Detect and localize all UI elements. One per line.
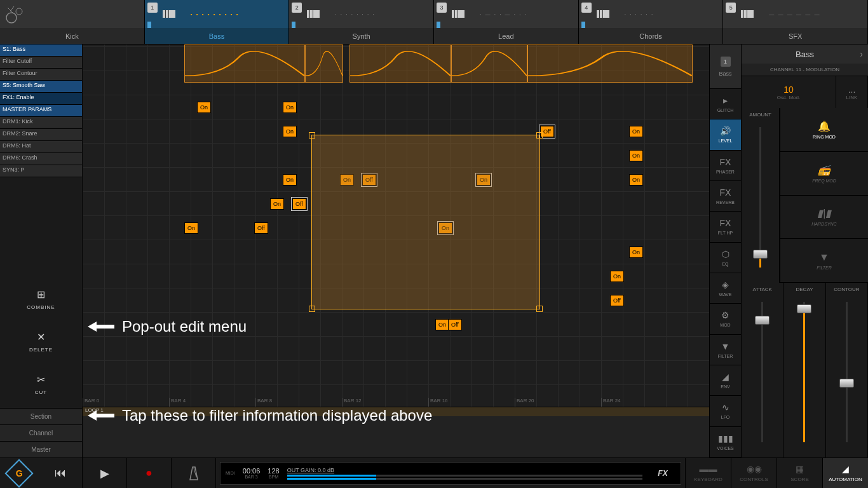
bar-tick: BAR 16 <box>428 398 515 407</box>
mode-controls[interactable]: ◉◉CONTROLS <box>731 458 776 488</box>
record-button[interactable]: ● <box>127 458 172 488</box>
lane-label[interactable]: FX1: Enable <box>0 93 82 105</box>
automation-event[interactable]: On <box>629 126 643 137</box>
attack-slider[interactable] <box>742 295 783 458</box>
fx-button[interactable]: FX <box>650 469 675 478</box>
automation-event[interactable]: On <box>283 102 297 113</box>
cut-button[interactable]: ✂CUT <box>34 372 49 395</box>
lane-label[interactable]: DRM1: Kick <box>0 117 82 129</box>
mod-icon: ▼ <box>819 252 829 263</box>
mode-keyboard[interactable]: ▬▬KEYBOARD <box>685 458 731 488</box>
filter-section-button[interactable]: Section <box>0 408 82 424</box>
automation-event[interactable]: On <box>197 102 211 113</box>
automation-curve-block[interactable] <box>305 44 343 83</box>
fx-phaser[interactable]: FXPHASER <box>710 151 741 181</box>
track-tab-label: Chords <box>579 28 723 44</box>
bpm-display[interactable]: 128BPM <box>268 467 279 479</box>
osc-mod-value[interactable]: 10Osc. Mod. <box>742 76 836 108</box>
mode-score[interactable]: ▦SCORE <box>776 458 822 488</box>
track-tab-label: Lead <box>434 28 578 44</box>
automation-event[interactable]: On <box>435 319 449 330</box>
lane-label[interactable]: SYN3: P <box>0 165 82 177</box>
fx-mod[interactable]: ⚙MOD <box>710 304 741 334</box>
track-tab-label: SFX <box>723 28 867 44</box>
mod-ring-mod[interactable]: 🔔RING MOD <box>780 108 868 152</box>
output-meter: OUT GAIN: 0.0 dB <box>287 467 642 480</box>
lane-label[interactable]: DRM6: Crash <box>0 153 82 165</box>
app-logo-button[interactable]: G <box>0 458 38 488</box>
automation-event[interactable]: On <box>283 174 297 186</box>
delete-button[interactable]: ✕DELETE <box>29 329 53 353</box>
automation-event[interactable]: Off <box>448 319 462 330</box>
piano-icon <box>307 10 320 18</box>
lane-label[interactable]: MASTER PARAMS <box>0 105 82 117</box>
channel-title[interactable]: Bass› <box>742 44 868 64</box>
mod-freq-mod[interactable]: 📻FREQ MOD <box>780 152 868 196</box>
lane-label[interactable]: Filter Contour <box>0 69 82 81</box>
automation-event[interactable]: On <box>629 247 643 258</box>
mod-icon: 🔔 <box>818 120 831 132</box>
automation-event[interactable]: Off <box>610 295 624 306</box>
piano-icon <box>597 10 609 18</box>
selection-box[interactable] <box>311 135 540 309</box>
combine-button[interactable]: ⊞COMBINE <box>27 287 55 310</box>
mod-filter[interactable]: ▼FILTER <box>780 239 868 283</box>
fx-icon: 🔊 <box>720 126 731 136</box>
track-tab-chords[interactable]: 4· · · · · · Chords <box>579 0 724 44</box>
time-display[interactable]: 00:06BAR 3 <box>243 467 261 479</box>
transport-bar: G ⏮ ▶ ● MIDI 00:06BAR 3 128BPM OUT GAIN:… <box>0 458 868 488</box>
automation-curve-block[interactable] <box>527 44 693 83</box>
automation-event[interactable]: On <box>629 174 643 186</box>
fx-wave[interactable]: ◈WAVE <box>710 273 741 304</box>
fx-reverb[interactable]: FXREVERB <box>710 181 741 212</box>
automation-event[interactable]: Off <box>292 198 306 210</box>
fx-strip-header[interactable]: 1 Bass <box>710 44 741 89</box>
track-tab-bass[interactable]: 1• • • • • • • • • Bass <box>145 0 290 44</box>
fx-filter[interactable]: ▼FILTER <box>710 335 741 365</box>
contour-label: CONTOUR <box>834 283 859 295</box>
fx-eq[interactable]: ⬡EQ <box>710 243 741 273</box>
mod-icon: ▮|▮ <box>817 207 831 219</box>
piano-icon <box>452 10 465 18</box>
track-tab-synth[interactable]: 2· · · · · · · · Synth <box>289 0 434 44</box>
mod-hardsync[interactable]: ▮|▮HARDSYNC <box>780 196 868 240</box>
fx-level[interactable]: 🔊LEVEL <box>710 119 741 150</box>
lane-label[interactable]: DRM5: Hat <box>0 141 82 153</box>
amount-slider[interactable] <box>742 121 779 283</box>
fx-env[interactable]: ◢ENV <box>710 365 741 396</box>
automation-curve-block[interactable] <box>349 44 451 83</box>
fx-strip: 1 Bass ▸GLITCH🔊LEVELFXPHASERFXREVERBFXFL… <box>709 44 741 458</box>
lane-label[interactable]: S5: Smooth Saw <box>0 81 82 93</box>
automation-event[interactable]: On <box>610 271 624 282</box>
track-tab-lead[interactable]: 3· — · · — · - · Lead <box>434 0 579 44</box>
track-tab-kick[interactable]: Kick <box>0 0 145 44</box>
filter-master-button[interactable]: Master <box>0 441 82 458</box>
contour-slider[interactable] <box>826 295 867 458</box>
filter-channel-button[interactable]: Channel <box>0 424 82 441</box>
automation-grid[interactable]: OnOnOnOffOnOnOnOnOffOnOnOnOffOnOffOnOnOn… <box>83 44 709 458</box>
score-icon: ▦ <box>796 464 804 474</box>
rewind-button[interactable]: ⏮ <box>38 458 83 488</box>
automation-curve-block[interactable] <box>184 44 305 83</box>
lane-label[interactable]: DRM2: Snare <box>0 129 82 141</box>
decay-slider[interactable] <box>783 295 825 458</box>
automation-event[interactable]: On <box>629 150 643 161</box>
mode-automation[interactable]: ◢AUTOMATION <box>822 458 868 488</box>
automation-event[interactable]: On <box>184 222 198 234</box>
lane-label[interactable]: Filter Cutoff <box>0 57 82 69</box>
fx-flt-hp[interactable]: FXFLT HP <box>710 212 741 242</box>
link-button[interactable]: ...LINK <box>836 76 868 108</box>
fx-lfo[interactable]: ∿LFO <box>710 396 741 426</box>
out-gain-label[interactable]: OUT GAIN: 0.0 dB <box>287 467 642 473</box>
automation-event[interactable]: On <box>283 126 297 137</box>
decay-label: DECAY <box>796 283 813 295</box>
track-tab-sfx[interactable]: 5— — — — — — SFX <box>723 0 868 44</box>
automation-event[interactable]: On <box>270 198 284 210</box>
automation-event[interactable]: Off <box>254 222 268 234</box>
fx-voices[interactable]: ▮▮▮VOICES <box>710 427 741 458</box>
metronome-button[interactable] <box>172 458 216 488</box>
play-button[interactable]: ▶ <box>83 458 127 488</box>
lane-label[interactable]: S1: Bass <box>0 44 82 57</box>
fx-glitch[interactable]: ▸GLITCH <box>710 89 741 119</box>
automation-curve-block[interactable] <box>451 44 527 83</box>
